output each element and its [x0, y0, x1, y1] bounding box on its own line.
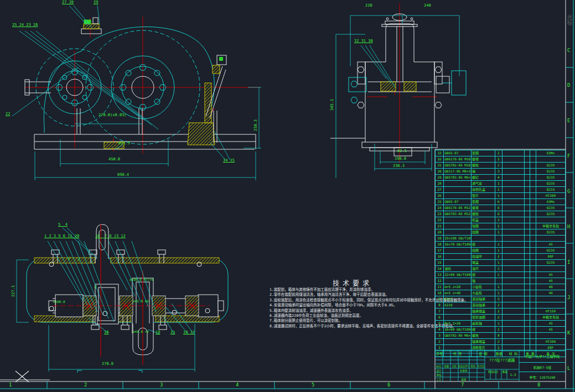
part-callout: 16 — [104, 331, 108, 334]
zone-letter: I — [567, 259, 570, 265]
zone-letter: E — [567, 118, 570, 123]
label-change-doc: 更改文件号 — [458, 364, 469, 368]
ucs-cross-marker — [0, 371, 50, 382]
technical-requirements: 技术要求 1.装配前，箱体与其他铸件不加工面应清理干净，并涂防锈油漆。2.零件在… — [270, 278, 463, 329]
section-view — [17, 224, 228, 372]
dimension-label: 240 — [424, 4, 431, 8]
part-callout: 29 — [94, 1, 98, 4]
bom-row: 8 6210 滚动轴承 2 — [436, 302, 566, 309]
bom-row: 28 通气塞 1 Q235 — [436, 181, 566, 187]
zone-number: 8 — [537, 382, 540, 388]
part-callout: 14 15 — [223, 159, 235, 163]
bom-row: 24 GB6170-86 M12 螺母 6 Q235 — [436, 205, 566, 211]
part-callout: 1 2 3 9 6 11 20 — [44, 234, 79, 238]
technical-requirement-line: 5.箱体内壁涂耐油油漆，减速器外表面涂灰色油漆。 — [270, 309, 463, 313]
zone-letter: F — [567, 153, 570, 159]
part-callout: 22 — [6, 112, 10, 116]
label-approve: 批准 — [458, 377, 469, 381]
dimension-label: ∅21.3 — [118, 142, 130, 145]
bom-row: 9 6312 滚动轴承 2 — [436, 296, 566, 302]
dimension-label: 450.0 — [108, 158, 120, 161]
label-craft: 工艺 — [435, 377, 443, 381]
zone-letter: G — [567, 189, 570, 194]
technical-requirement-line: 7.箱体剖分面禁止使用垫片，可以涂密封胶。 — [270, 318, 463, 323]
label-standard: 标准化 — [458, 368, 469, 373]
zone-number: 1 — [9, 382, 12, 388]
bom-row: 26 垫片 1 HT200 — [436, 193, 566, 199]
bom-row: 14 油标 油尺 1 — [436, 266, 566, 272]
dimension-label: 270.0 — [102, 362, 113, 366]
cad-drawing-viewport: 27 282925 24 23 262214 1532 31 305 41 2 … — [0, 0, 575, 392]
bom-row: 2 轴承端盖 2 HT200 — [436, 339, 566, 345]
dimension-label: 898.4 — [117, 173, 129, 177]
technical-requirement-line: 3.齿轮装配后，用涂色法检查接触斑点不小于标准值，同时，保证斑点分布均匀并对中接… — [270, 298, 463, 303]
bom-row: 21 毡圈 2 半粗羊毛毡 — [436, 223, 566, 229]
bom-row: 4 16×90 GB/T1096-2003 键 1 45 — [436, 327, 566, 333]
part-callout: 21 — [170, 331, 175, 334]
zone-letter: J — [567, 295, 570, 300]
bom-row: 12 轴 45 — [436, 278, 566, 284]
label-design: 设计 — [435, 368, 443, 373]
technical-requirement-line: 1.装配前，箱体与其他铸件不加工面应清理干净，并涂防锈油漆。 — [270, 288, 463, 292]
label-count: 处数 — [443, 364, 450, 368]
bom-row: 25 GB93-87 垫圈 6 65Mn — [436, 199, 566, 205]
technical-requirement-line: 4.安装滚动轴承时留出轴向热补偿间隙，啮合面不小于70%，间隙不大于0.05。 — [270, 303, 463, 308]
dimension-label: √ — [68, 257, 70, 261]
zone-number: 3 — [160, 382, 163, 388]
bom-row: 23 GB5783-86 M12×100 螺栓 6 Q235 — [436, 211, 566, 217]
front-view — [12, 6, 261, 180]
dimension-label: 227.1 — [12, 285, 15, 297]
bom-row: 22 机盖 1 — [436, 217, 566, 223]
bom-row: 30 GB117-86 M8×30 销 3 Q235 — [436, 169, 566, 175]
dimension-label: 190.0 — [395, 157, 406, 161]
label-stage-mark: 阶段标记 — [485, 369, 501, 374]
bill-of-materials: 33 GB93-87 垫圈 2 65Mn 32 GB6170-86 M10 螺母… — [435, 150, 566, 350]
dimension-label: 220 — [365, 4, 372, 8]
dimension-label: ∅100.0 H7/r6 — [129, 278, 153, 281]
technical-requirement-line: 2.零件在装配前用煤油清洗，轴承用汽油清洗干净，晾干后配合表面涂油。 — [270, 292, 463, 297]
bom-row: 13 22×90 GB/T1096-2003 键 1 45 — [436, 272, 566, 278]
label-mark: 标记 — [435, 364, 443, 368]
school-name: 中国??大学??工程学院 — [519, 350, 566, 362]
bom-row: 31 GB5782-86 M10×35 螺栓 1 Q235 — [436, 163, 566, 169]
dimension-label: ∅100.0 — [53, 300, 65, 304]
zone-letter: H — [567, 224, 570, 229]
zone-letter: C — [567, 48, 570, 53]
scale-value: 1:3 — [507, 370, 519, 378]
bom-row: 20 挡圈 1 Q235 — [436, 229, 566, 236]
label-check: 审核 — [435, 373, 443, 377]
zone-number: 5 — [312, 382, 314, 388]
part-callout: 5 4 — [58, 223, 68, 227]
dimension-label: ∅45.0 k6 — [133, 300, 149, 303]
zone-letter: L — [567, 365, 570, 371]
corner-watermark: 光标 — [566, 14, 572, 25]
bom-row: 5 M=5 Z=20 齿轮轴 1 45 — [436, 321, 566, 327]
bom-row: 29 GB5783-86 M6×20 螺钉 4 Q235 — [436, 175, 566, 181]
zone-number: 7 — [461, 382, 464, 388]
bom-row: 10 m=5 z=40 大齿轮 1 40 — [436, 290, 566, 296]
dimension-label: 270.0(±0.03) — [99, 113, 127, 117]
label-zone: 分区 — [450, 364, 458, 368]
student-id: 学号：12075200 — [519, 372, 566, 382]
dimension-label: 82.5 — [397, 149, 407, 153]
label-sign: 签名 — [469, 364, 477, 368]
part-callout: 32 31 30 — [354, 39, 373, 43]
drawing-title: ???柱???减器 — [485, 350, 519, 369]
zone-number: 6 — [387, 382, 390, 388]
label-weight: 重量 — [501, 369, 508, 374]
part-callout: 18 17 — [183, 331, 195, 334]
bom-row: 17 挡圈 1 Q235 — [436, 248, 566, 254]
bom-row: 11 m=5 z=20 小齿轮 1 40 — [436, 284, 566, 290]
technical-requirement-line: 8.减速器试转时，正反转各不少于2小时，要求运转平稳，无噪声，各密封连接件不得漏… — [270, 324, 463, 329]
bom-row: 33 GB93-87 垫圈 2 65Mn — [436, 150, 566, 156]
label-date: 年月日 — [477, 364, 485, 368]
bom-row: 16 挡油环 2 08F — [436, 254, 566, 260]
dimension-label: 258.3 — [254, 119, 258, 131]
part-callout: 25 24 23 26 — [12, 23, 38, 27]
breather-assembly — [81, 18, 101, 34]
zone-letter: D — [567, 82, 570, 88]
bom-row: 15 端盖 1 Q235 — [436, 260, 566, 266]
bom-row: 3 GB5782-86 M6×16 螺栓 8 — [436, 333, 566, 339]
part-callout: 27 28 — [62, 1, 74, 4]
part-callout: 19 — [156, 331, 160, 334]
